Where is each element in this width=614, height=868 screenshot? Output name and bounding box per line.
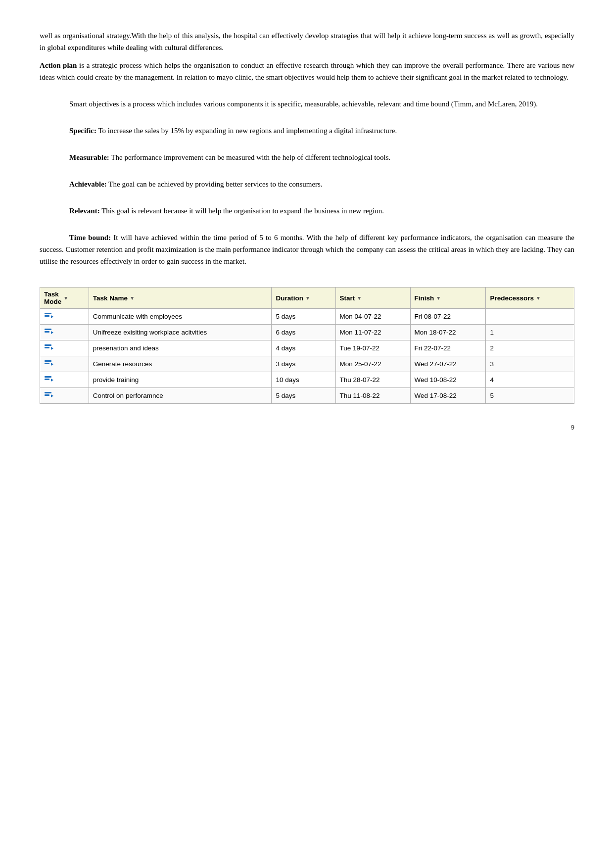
paragraph-7: Relevant: This goal is relevant because …	[40, 205, 574, 217]
paragraph-5-text: The performance improvement can be measu…	[109, 153, 390, 161]
svg-rect-7	[45, 347, 49, 348]
svg-marker-8	[51, 347, 53, 350]
svg-rect-16	[45, 394, 49, 396]
paragraph-4-bold: Specific:	[69, 127, 96, 135]
col-task-name[interactable]: Task Name ▼	[89, 288, 272, 309]
paragraph-6: Achievable: The goal can be achieved by …	[40, 178, 574, 190]
svg-rect-13	[45, 379, 49, 380]
col-predecessors[interactable]: Predecessors ▼	[486, 288, 574, 309]
cell-start: Tue 19-07-22	[335, 340, 410, 356]
paragraph-7-text: This goal is relevant because it will he…	[100, 207, 384, 215]
paragraph-2-text: is a strategic process which helps the o…	[40, 61, 574, 81]
table-row: provide training10 daysThu 28-07-22Wed 1…	[40, 372, 574, 388]
cell-predecessors: 3	[486, 356, 574, 372]
svg-marker-11	[51, 363, 53, 366]
cell-finish: Fri 22-07-22	[410, 340, 486, 356]
cell-task-mode	[40, 309, 89, 325]
cell-task-name: Unifreeze exisiting workplace acitvities	[89, 325, 272, 340]
paragraph-5: Measurable: The performance improvement …	[40, 151, 574, 163]
table-row: Control on perforamnce5 daysThu 11-08-22…	[40, 388, 574, 404]
svg-marker-17	[51, 394, 53, 397]
col-start-label: Start	[340, 294, 355, 302]
col-start-sort-icon[interactable]: ▼	[357, 295, 362, 301]
cell-task-mode	[40, 356, 89, 372]
col-predecessors-label: Predecessors	[490, 294, 534, 302]
cell-predecessors: 4	[486, 372, 574, 388]
cell-task-mode	[40, 372, 89, 388]
cell-predecessors: 1	[486, 325, 574, 340]
svg-marker-14	[51, 379, 53, 382]
col-finish-label: Finish	[415, 294, 434, 302]
cell-finish: Wed 17-08-22	[410, 388, 486, 404]
cell-duration: 5 days	[272, 309, 335, 325]
table-row: Unifreeze exisiting workplace acitvities…	[40, 325, 574, 340]
table-header-row: TaskMode ▼ Task Name ▼ Duration ▼	[40, 288, 574, 309]
cell-task-mode	[40, 388, 89, 404]
cell-start: Mon 25-07-22	[335, 356, 410, 372]
task-mode-icon	[44, 391, 54, 399]
spacer-1	[40, 89, 574, 98]
paragraph-6-bold: Achievable:	[69, 180, 107, 188]
col-predecessors-sort-icon[interactable]: ▼	[536, 295, 541, 301]
cell-finish: Wed 27-07-22	[410, 356, 486, 372]
task-mode-icon	[44, 359, 54, 367]
task-mode-icon	[44, 328, 54, 336]
paragraph-2-bold: Action plan	[40, 61, 77, 69]
page-number: 9	[40, 424, 574, 431]
cell-task-mode	[40, 340, 89, 356]
table-row: presenation and ideas4 daysTue 19-07-22F…	[40, 340, 574, 356]
paragraph-1: well as organisational strategy.With the…	[40, 30, 574, 53]
paragraph-1-text: well as organisational strategy.With the…	[40, 32, 574, 51]
col-finish-sort-icon[interactable]: ▼	[436, 295, 441, 301]
svg-rect-0	[45, 313, 51, 314]
svg-rect-6	[45, 344, 51, 346]
task-mode-icon	[44, 375, 54, 383]
col-task-mode-sort-icon[interactable]: ▼	[63, 295, 68, 301]
col-finish[interactable]: Finish ▼	[410, 288, 486, 309]
cell-task-name: Generate resources	[89, 356, 272, 372]
svg-rect-3	[45, 329, 51, 330]
cell-predecessors: 5	[486, 388, 574, 404]
col-task-mode[interactable]: TaskMode ▼	[40, 288, 89, 309]
svg-rect-15	[45, 392, 51, 393]
paragraph-4: Specific: To increase the sales by 15% b…	[40, 125, 574, 137]
cell-finish: Mon 18-07-22	[410, 325, 486, 340]
cell-duration: 4 days	[272, 340, 335, 356]
cell-start: Thu 11-08-22	[335, 388, 410, 404]
col-task-name-sort-icon[interactable]: ▼	[130, 295, 135, 301]
col-duration-label: Duration	[276, 294, 303, 302]
cell-task-name: Control on perforamnce	[89, 388, 272, 404]
cell-duration: 3 days	[272, 356, 335, 372]
paragraph-7-bold: Relevant:	[69, 207, 100, 215]
spacer-6	[40, 223, 574, 232]
cell-finish: Fri 08-07-22	[410, 309, 486, 325]
col-task-name-label: Task Name	[93, 294, 128, 302]
svg-rect-12	[45, 376, 51, 378]
paragraph-3: Smart objectives is a process which incl…	[40, 98, 574, 110]
paragraph-8-bold: Time bound:	[69, 234, 111, 241]
task-mode-icon	[44, 343, 54, 351]
cell-duration: 5 days	[272, 388, 335, 404]
col-duration-sort-icon[interactable]: ▼	[305, 295, 310, 301]
table-row: Communicate with employees5 daysMon 04-0…	[40, 309, 574, 325]
paragraph-6-text: The goal can be achieved by providing be…	[107, 180, 323, 188]
cell-predecessors	[486, 309, 574, 325]
table-row: Generate resources3 daysMon 25-07-22Wed …	[40, 356, 574, 372]
spacer-3	[40, 143, 574, 151]
page-number-text: 9	[571, 424, 574, 431]
cell-task-mode	[40, 325, 89, 340]
paragraph-5-bold: Measurable:	[69, 153, 109, 161]
cell-start: Thu 28-07-22	[335, 372, 410, 388]
task-mode-icon	[44, 312, 54, 320]
paragraph-2: Action plan is a strategic process which…	[40, 59, 574, 83]
spacer-4	[40, 169, 574, 178]
col-start[interactable]: Start ▼	[335, 288, 410, 309]
cell-task-name: provide training	[89, 372, 272, 388]
svg-marker-5	[51, 331, 53, 334]
col-duration[interactable]: Duration ▼	[272, 288, 335, 309]
cell-duration: 10 days	[272, 372, 335, 388]
paragraph-3-text: Smart objectives is a process which incl…	[69, 100, 538, 108]
gantt-table: TaskMode ▼ Task Name ▼ Duration ▼	[40, 287, 574, 404]
cell-duration: 6 days	[272, 325, 335, 340]
svg-rect-1	[45, 315, 49, 317]
